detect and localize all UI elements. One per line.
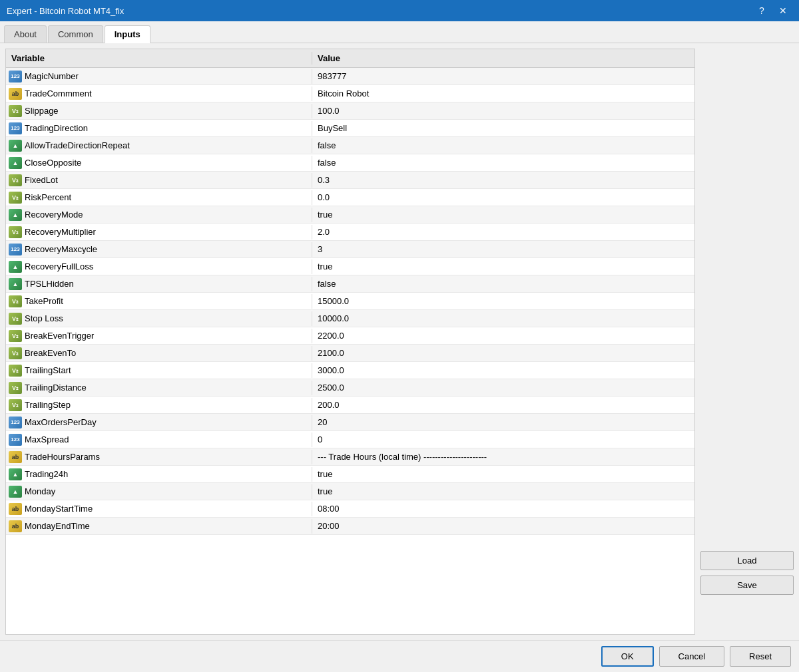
row-value[interactable]: 08:00 [312,502,694,515]
table-row[interactable]: 123 RecoveryMaxcycle 3 [6,241,694,258]
variable-name: TrailingDistance [25,383,87,393]
variable-name: RecoveryFullLoss [25,261,93,271]
row-value[interactable]: 2100.0 [312,347,694,359]
table-row[interactable]: V₂ FixedLot 0.3 [6,172,694,189]
table-row[interactable]: 123 MaxSpread 0 [6,431,694,448]
row-value[interactable]: true [312,468,694,480]
type-icon: ▲ [9,468,22,480]
table-row[interactable]: ▲ Monday true [6,483,694,500]
type-icon: V₂ [9,105,22,117]
table-row[interactable]: V₂ BreakEvenTo 2100.0 [6,345,694,362]
save-button[interactable]: Save [700,576,794,595]
row-value[interactable]: 100.0 [312,104,694,117]
row-value[interactable]: 20:00 [312,520,694,532]
variable-name: Monday [25,486,55,496]
tab-about[interactable]: About [4,25,47,43]
variable-name: Trading24h [25,469,68,479]
table-row[interactable]: 123 MaxOrdersPerDay 20 [6,414,694,431]
table-row[interactable]: ▲ RecoveryFullLoss true [6,258,694,275]
close-button[interactable]: ✕ [774,3,792,19]
row-variable: ▲ RecoveryMode [6,208,312,222]
row-value[interactable]: 0.0 [312,191,694,204]
variable-name: FixedLot [25,175,58,185]
table-row[interactable]: ▲ Trading24h true [6,466,694,483]
tab-common[interactable]: Common [48,25,103,43]
row-value[interactable]: false [312,156,694,169]
side-panel: Load Save [700,49,794,635]
type-icon: ▲ [9,261,22,273]
table-row[interactable]: V₂ Slippage 100.0 [6,102,694,120]
title-bar: Expert - Bitcoin Robot MT4_fix ? ✕ [0,0,799,21]
load-button[interactable]: Load [700,551,794,570]
table-row[interactable]: ab TradeCommment Bitcoin Robot [6,85,694,102]
table-row[interactable]: V₂ TrailingStart 3000.0 [6,362,694,379]
variable-name: RecoveryMode [25,210,83,220]
reset-button[interactable]: Reset [730,646,791,667]
table-row[interactable]: ▲ RecoveryMode true [6,206,694,224]
table-scroll[interactable]: 123 MagicNumber 983777 ab TradeCommment … [6,68,694,634]
row-value[interactable]: 3000.0 [312,364,694,377]
row-variable: V₂ Slippage [6,104,312,118]
table-row[interactable]: V₂ RecoveryMultiplier 2.0 [6,224,694,241]
cancel-button[interactable]: Cancel [659,646,724,667]
row-value[interactable]: 200.0 [312,399,694,411]
row-value[interactable]: 10000.0 [312,312,694,325]
window-title: Expert - Bitcoin Robot MT4_fix [7,6,752,16]
row-variable: 123 RecoveryMaxcycle [6,242,312,257]
table-row[interactable]: V₂ Stop Loss 10000.0 [6,310,694,327]
row-variable: V₂ TrailingDistance [6,381,312,395]
row-variable: V₂ Stop Loss [6,311,312,326]
type-icon: ▲ [9,486,22,498]
type-icon: ▲ [9,140,22,152]
row-value[interactable]: --- Trade Hours (local time) -----------… [312,450,694,463]
title-bar-controls: ? ✕ [752,3,792,19]
row-variable: ▲ Trading24h [6,467,312,482]
variable-name: TakeProfit [25,296,63,306]
type-icon: V₂ [9,295,22,307]
table-row[interactable]: 123 MagicNumber 983777 [6,68,694,85]
table-row[interactable]: V₂ BreakEvenTrigger 2200.0 [6,327,694,345]
row-value[interactable]: 0.3 [312,174,694,186]
table-row[interactable]: ab TradeHoursParams --- Trade Hours (loc… [6,448,694,466]
table-row[interactable]: V₂ TrailingStep 200.0 [6,397,694,414]
row-value[interactable]: 20 [312,416,694,428]
table-row[interactable]: V₂ TrailingDistance 2500.0 [6,379,694,397]
row-value[interactable]: 983777 [312,70,694,83]
row-value[interactable]: false [312,139,694,152]
help-button[interactable]: ? [752,3,771,19]
table-row[interactable]: ▲ CloseOpposite false [6,154,694,172]
row-value[interactable]: 2.0 [312,226,694,238]
row-value[interactable]: 3 [312,243,694,255]
row-variable: V₂ TakeProfit [6,294,312,309]
row-value[interactable]: true [312,485,694,498]
row-value[interactable]: Bitcoin Robot [312,87,694,100]
table-row[interactable]: 123 TradingDirection BuySell [6,120,694,137]
row-value[interactable]: false [312,277,694,290]
row-variable: ▲ TPSLHidden [6,277,312,291]
row-value[interactable]: 15000.0 [312,295,694,307]
header-value: Value [312,52,694,65]
type-icon: 123 [9,417,22,428]
ok-button[interactable]: OK [601,646,654,667]
type-icon: 123 [9,244,22,255]
tab-inputs[interactable]: Inputs [105,25,150,43]
table-row[interactable]: ▲ TPSLHidden false [6,275,694,293]
row-variable: ▲ AllowTradeDirectionRepeat [6,138,312,153]
row-value[interactable]: true [312,208,694,221]
row-variable: V₂ FixedLot [6,173,312,188]
variable-name: MondayEndTime [25,521,90,531]
table-row[interactable]: V₂ TakeProfit 15000.0 [6,293,694,310]
row-variable: V₂ RecoveryMultiplier [6,225,312,240]
table-row[interactable]: ab MondayStartTime 08:00 [6,500,694,518]
table-row[interactable]: ▲ AllowTradeDirectionRepeat false [6,137,694,154]
type-icon: V₂ [9,347,22,359]
row-variable: 123 MaxOrdersPerDay [6,415,312,430]
row-value[interactable]: 0 [312,433,694,446]
table-row[interactable]: V₂ RiskPercent 0.0 [6,189,694,206]
type-icon: ab [9,451,22,463]
row-value[interactable]: 2200.0 [312,329,694,342]
table-row[interactable]: ab MondayEndTime 20:00 [6,518,694,535]
row-value[interactable]: 2500.0 [312,381,694,394]
row-value[interactable]: true [312,260,694,273]
row-value[interactable]: BuySell [312,122,694,134]
